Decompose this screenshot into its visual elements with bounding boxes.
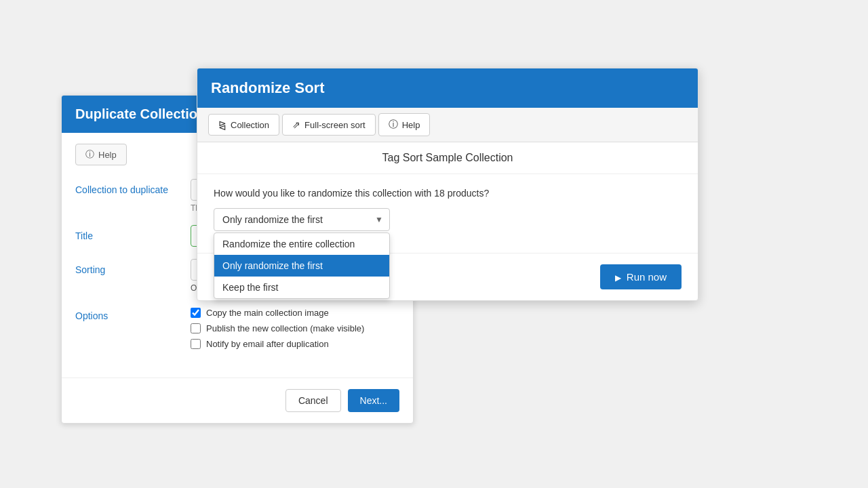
option-publish-checkbox[interactable] <box>191 323 201 333</box>
duplicate-help-button[interactable]: ⓘ Help <box>75 144 127 165</box>
dropdown-option-keep-first[interactable]: Keep the first <box>214 277 389 298</box>
randomize-panel-title: Randomize Sort <box>211 79 324 96</box>
options-label: Options <box>75 305 191 321</box>
cancel-button[interactable]: Cancel <box>285 389 341 412</box>
next-button[interactable]: Next... <box>348 389 399 412</box>
randomize-question: How would you like to randomize this col… <box>214 188 682 199</box>
option-publish-label: Publish the new collection (make visible… <box>206 323 364 333</box>
collection-to-duplicate-label: Collection to duplicate <box>75 179 191 195</box>
dropdown-option-randomize-entire[interactable]: Randomize the entire collection <box>214 233 389 255</box>
options-wrap: Copy the main collection image Publish t… <box>191 305 364 349</box>
expand-icon: ⇗ <box>292 119 300 130</box>
sorting-label: Sorting <box>75 259 191 275</box>
play-icon <box>615 271 621 283</box>
collection-title-bar: Tag Sort Sample Collection <box>197 142 698 174</box>
option-notify[interactable]: Notify by email after duplication <box>191 339 364 349</box>
help-btn-label: Help <box>98 150 117 160</box>
tab-collection-label: Collection <box>231 120 269 130</box>
option-copy-image-checkbox[interactable] <box>191 308 201 318</box>
run-now-button[interactable]: Run now <box>600 264 682 289</box>
option-copy-image-label: Copy the main collection image <box>206 308 329 318</box>
tab-help-label: Help <box>402 120 420 130</box>
randomize-panel-header: Randomize Sort <box>197 68 698 108</box>
question-icon: ⓘ <box>389 119 398 131</box>
question-circle-icon: ⓘ <box>85 148 94 161</box>
collection-title: Tag Sort Sample Collection <box>382 152 513 163</box>
option-notify-checkbox[interactable] <box>191 339 201 349</box>
tab-fullscreen-sort[interactable]: ⇗ Full-screen sort <box>282 114 376 136</box>
dropdown-menu: Randomize the entire collection Only ran… <box>214 232 390 299</box>
randomize-dropdown[interactable]: Randomize the entire collection Only ran… <box>214 208 390 231</box>
randomize-sort-panel: Randomize Sort ⧎ Collection ⇗ Full-scree… <box>197 68 698 301</box>
duplicate-panel-footer: Cancel Next... <box>62 378 413 423</box>
options-row: Options Copy the main collection image P… <box>75 305 399 349</box>
randomize-body: How would you like to randomize this col… <box>197 174 698 253</box>
option-publish[interactable]: Publish the new collection (make visible… <box>191 323 364 333</box>
randomize-dropdown-wrap: Randomize the entire collection Only ran… <box>214 208 390 231</box>
tab-fullscreen-sort-label: Full-screen sort <box>304 120 366 130</box>
grid-icon: ⧎ <box>218 119 226 130</box>
option-copy-image[interactable]: Copy the main collection image <box>191 308 364 318</box>
dropdown-option-only-randomize-first[interactable]: Only randomize the first <box>214 255 389 277</box>
duplicate-panel-title: Duplicate Collection <box>75 106 205 121</box>
option-notify-label: Notify by email after duplication <box>206 339 329 349</box>
title-label: Title <box>75 225 191 241</box>
tab-help[interactable]: ⓘ Help <box>378 113 431 136</box>
tab-collection[interactable]: ⧎ Collection <box>208 114 279 136</box>
randomize-tabs: ⧎ Collection ⇗ Full-screen sort ⓘ Help <box>197 108 698 142</box>
run-now-label: Run now <box>627 271 667 283</box>
